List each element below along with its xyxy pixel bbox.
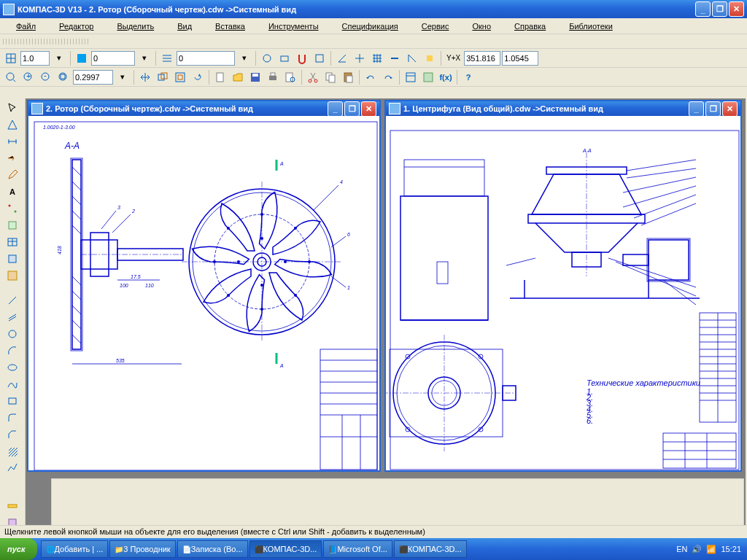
minimize-button[interactable]: _ <box>695 1 711 17</box>
point-tool[interactable] <box>4 201 20 217</box>
build-tool[interactable] <box>4 217 20 233</box>
measure-tool[interactable] <box>4 498 20 514</box>
task-item[interactable]: ⬛ КОМПАС-3D... <box>249 540 322 558</box>
chamfer-tool[interactable] <box>4 427 20 443</box>
zoom-input[interactable] <box>73 70 113 85</box>
save-button[interactable] <box>247 69 263 85</box>
dimension-tool[interactable] <box>4 133 20 149</box>
dim-rounding-button[interactable] <box>387 50 403 66</box>
system-tray[interactable]: EN 🔊 📶 15:21 <box>670 545 747 554</box>
zoom-in-button[interactable]: + <box>20 69 36 85</box>
designate-tool[interactable] <box>4 150 20 166</box>
undo-button[interactable] <box>363 69 379 85</box>
layer-dropdown-button[interactable]: ▾ <box>136 50 152 66</box>
network-icon[interactable]: 📶 <box>706 545 716 554</box>
param-tool[interactable] <box>4 268 20 284</box>
tray-lang[interactable]: EN <box>676 545 687 553</box>
doc1-minimize-button[interactable]: _ <box>328 101 343 117</box>
cut-button[interactable] <box>305 69 321 85</box>
rect-tool[interactable] <box>4 393 20 409</box>
tool-button-f[interactable] <box>422 50 438 66</box>
lineweight-input[interactable] <box>20 51 50 66</box>
doc2-close-button[interactable]: ✕ <box>722 101 738 117</box>
ortho-button[interactable] <box>352 50 368 66</box>
doc2-minimize-button[interactable]: _ <box>689 101 704 117</box>
local-cs-button[interactable] <box>404 50 420 66</box>
lineweight-dropdown-button[interactable]: ▾ <box>51 50 67 66</box>
properties-button[interactable] <box>403 69 419 85</box>
zoom-fit-button[interactable] <box>55 69 71 85</box>
angle-snap-button[interactable] <box>334 50 350 66</box>
task-item[interactable]: 📁 3 Проводник <box>109 540 175 558</box>
toggle-grid-button[interactable] <box>3 50 19 66</box>
copy-button[interactable] <box>322 69 338 85</box>
coord-x-input[interactable] <box>464 51 500 66</box>
maximize-button[interactable]: ❐ <box>712 1 727 17</box>
zoom-all-button[interactable] <box>172 69 188 85</box>
close-button[interactable]: ✕ <box>729 1 744 17</box>
menu-view[interactable]: Вид <box>166 20 204 33</box>
task-item[interactable]: ⬛ КОМПАС-3D... <box>394 540 467 558</box>
task-item[interactable]: 📘 Microsoft Of... <box>323 540 392 558</box>
coord-y-input[interactable] <box>502 51 538 66</box>
spline-tool[interactable] <box>4 376 20 392</box>
menu-window[interactable]: Окно <box>460 20 503 33</box>
menu-libs[interactable]: Библиотеки <box>557 20 624 33</box>
doc2-maximize-button[interactable]: ❐ <box>705 101 721 117</box>
select-tool[interactable] <box>4 100 20 116</box>
redo-button[interactable] <box>380 69 396 85</box>
refresh-button[interactable] <box>190 69 206 85</box>
toolbar-grip[interactable] <box>3 39 90 44</box>
doc2-canvas[interactable]: А-А <box>386 116 740 470</box>
layer-color-button[interactable] <box>74 50 90 66</box>
doc1-canvas[interactable]: 1.0020-1-3.00 А-А <box>28 116 379 470</box>
variables-button[interactable]: f(x) <box>438 69 454 85</box>
line-tool[interactable] <box>4 292 20 308</box>
grid-display-button[interactable] <box>369 50 385 66</box>
menu-file[interactable]: Файл <box>4 20 47 33</box>
polyline-tool[interactable] <box>4 460 20 476</box>
combo3-input[interactable] <box>177 51 235 66</box>
open-button[interactable] <box>230 69 246 85</box>
preview-button[interactable] <box>282 69 298 85</box>
paste-button[interactable] <box>340 69 356 85</box>
menu-editor[interactable]: Редактор <box>47 20 105 33</box>
zoom-dropdown-button[interactable]: ▾ <box>115 69 131 85</box>
task-item[interactable]: 🌐 Добавить | ... <box>41 540 109 558</box>
help-button[interactable]: ? <box>460 69 476 85</box>
volume-icon[interactable]: 🔊 <box>692 545 702 554</box>
zoom-window-button[interactable] <box>3 69 19 85</box>
menu-service[interactable]: Сервис <box>410 20 461 33</box>
print-button[interactable] <box>265 69 281 85</box>
linetype-button[interactable] <box>159 50 175 66</box>
orient-button[interactable] <box>259 50 275 66</box>
start-button[interactable]: пуск <box>0 538 37 560</box>
property-panel[interactable] <box>51 478 744 529</box>
arc-tool[interactable] <box>4 343 20 359</box>
circle-tool[interactable] <box>4 326 20 342</box>
menu-spec[interactable]: Спецификация <box>330 20 410 33</box>
fillet-tool[interactable] <box>4 410 20 426</box>
text-tool[interactable]: A <box>4 184 20 200</box>
parallel-line-tool[interactable] <box>4 309 20 325</box>
view-button[interactable] <box>276 50 293 66</box>
menu-insert[interactable]: Вставка <box>204 20 257 33</box>
magnet-snap-button[interactable] <box>294 50 310 66</box>
doc1-maximize-button[interactable]: ❐ <box>344 101 360 117</box>
zoom-previous-button[interactable] <box>155 69 171 85</box>
new-button[interactable] <box>212 69 228 85</box>
doc1-close-button[interactable]: ✕ <box>361 101 376 117</box>
pan-button[interactable] <box>137 69 153 85</box>
task-item[interactable]: 📄 Записка (Во... <box>177 540 248 558</box>
menu-help[interactable]: Справка <box>503 20 557 33</box>
table-tool[interactable] <box>4 234 20 250</box>
geometry-tool[interactable] <box>4 117 20 133</box>
menu-tools[interactable]: Инструменты <box>257 20 330 33</box>
tool-button-a[interactable] <box>311 50 328 66</box>
hatch2-tool[interactable] <box>4 443 20 459</box>
zoom-out-button[interactable]: - <box>38 69 54 85</box>
tree-button[interactable] <box>420 69 436 85</box>
edit-tool[interactable] <box>4 167 20 183</box>
hatch-tool[interactable] <box>4 251 20 267</box>
layer-input[interactable] <box>91 51 135 66</box>
